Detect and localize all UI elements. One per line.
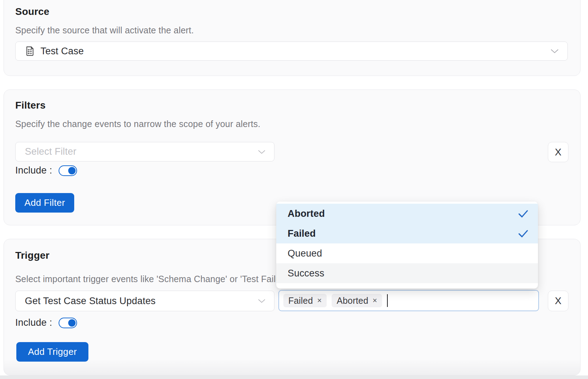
- dropdown-option-success[interactable]: Success: [276, 263, 538, 283]
- selected-chip-failed: Failed ×: [283, 294, 327, 307]
- source-section-title: Source: [15, 6, 49, 17]
- selected-chip-aborted: Aborted ×: [332, 294, 382, 307]
- page-bottom-strip: [0, 375, 588, 379]
- status-options-dropdown: Aborted Failed Queued Success: [276, 202, 538, 289]
- test-case-document-icon: [25, 45, 35, 57]
- alert-configuration-page: Source Specify the source that will acti…: [0, 0, 588, 379]
- include-label: Include :: [15, 317, 52, 328]
- chip-remove-icon[interactable]: ×: [372, 296, 377, 305]
- check-icon: [518, 210, 528, 218]
- dropdown-option-aborted[interactable]: Aborted: [276, 204, 538, 224]
- source-select-value: Test Case: [40, 46, 84, 57]
- option-label: Aborted: [288, 208, 325, 219]
- option-label: Success: [288, 268, 324, 279]
- check-icon: [518, 230, 528, 237]
- add-trigger-button[interactable]: Add Trigger: [16, 342, 88, 362]
- text-cursor: [387, 294, 388, 307]
- filter-select[interactable]: Select Filter: [15, 142, 274, 161]
- chevron-down-icon: [550, 49, 559, 54]
- trigger-include-row: Include :: [15, 317, 77, 328]
- include-toggle[interactable]: [59, 318, 77, 328]
- trigger-section-description: Select important trigger events like 'Sc…: [15, 274, 295, 284]
- filters-section-title: Filters: [15, 100, 45, 111]
- chip-label: Aborted: [337, 296, 368, 306]
- chip-remove-icon[interactable]: ×: [317, 296, 322, 305]
- trigger-select-value: Get Test Case Status Updates: [25, 296, 156, 307]
- remove-trigger-button[interactable]: X: [548, 291, 568, 311]
- chevron-down-icon: [258, 150, 266, 154]
- option-label: Failed: [288, 228, 316, 239]
- chip-label: Failed: [288, 296, 313, 306]
- dropdown-option-queued[interactable]: Queued: [276, 243, 538, 263]
- option-label: Queued: [288, 248, 322, 259]
- source-select[interactable]: Test Case: [15, 42, 568, 61]
- include-label: Include :: [15, 165, 52, 176]
- filter-include-row: Include :: [15, 165, 77, 176]
- include-toggle[interactable]: [59, 165, 77, 176]
- source-section-description: Specify the source that will activate th…: [15, 25, 194, 35]
- toggle-knob: [68, 167, 76, 174]
- source-section-card: Source Specify the source that will acti…: [4, 0, 581, 76]
- trigger-status-multiselect-input[interactable]: Failed × Aborted ×: [278, 290, 539, 311]
- add-filter-button[interactable]: Add Filter: [15, 193, 74, 213]
- dropdown-option-failed[interactable]: Failed: [276, 224, 538, 243]
- trigger-section-title: Trigger: [15, 250, 49, 261]
- filters-section-description: Specify the change events to narrow the …: [15, 119, 260, 129]
- remove-filter-button[interactable]: X: [548, 142, 568, 162]
- trigger-select[interactable]: Get Test Case Status Updates: [15, 291, 274, 311]
- toggle-knob: [68, 319, 76, 326]
- chevron-down-icon: [258, 299, 266, 303]
- filter-select-placeholder: Select Filter: [25, 146, 76, 157]
